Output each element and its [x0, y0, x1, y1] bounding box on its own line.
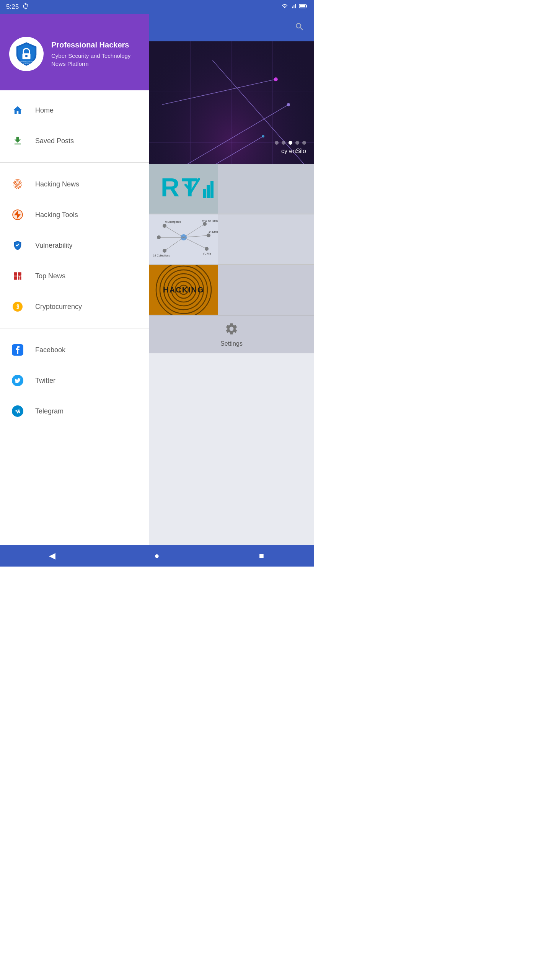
sidebar-primary-menu: Home Saved Posts: [0, 90, 149, 161]
svg-text:PROFESSIONAL HACKERS: PROFESSIONAL HACKERS: [18, 61, 36, 63]
sidebar-item-hacking-tools[interactable]: Hacking Tools: [0, 199, 149, 230]
svg-text:14 Entries/key: 14 Entries/key: [209, 230, 218, 234]
back-button[interactable]: ◀: [41, 544, 64, 567]
svg-rect-1: [306, 5, 307, 7]
content-search-bar: [149, 14, 314, 41]
sidebar-item-hacking-news[interactable]: Hacking News: [0, 169, 149, 199]
svg-rect-42: [210, 181, 214, 198]
carousel-dots: [157, 141, 306, 145]
svg-rect-13: [20, 276, 21, 278]
svg-text:ON SECURITY: ON SECURITY: [23, 63, 30, 64]
sidebar-category-menu: Hacking News Hacking Tools: [0, 164, 149, 327]
content-grid: R T: [149, 164, 314, 315]
telegram-icon: [11, 404, 24, 418]
hacking-tools-label: Hacking Tools: [35, 211, 78, 219]
vulnerability-label: Vulnerability: [35, 242, 72, 250]
lightning-icon: [11, 208, 24, 222]
saved-posts-label: Saved Posts: [35, 137, 74, 145]
status-time: 5:25: [6, 3, 19, 11]
svg-point-4: [25, 55, 28, 57]
svg-rect-9: [14, 272, 17, 276]
sidebar-header-text: Professional Hackers Cyber Security and …: [51, 41, 140, 68]
status-right: [281, 3, 308, 11]
sidebar-item-vulnerability[interactable]: Vulnerability: [0, 230, 149, 261]
home-icon: [11, 103, 24, 117]
battery-icon: [299, 3, 308, 10]
svg-text:R: R: [161, 173, 179, 202]
svg-rect-12: [18, 276, 20, 280]
carousel-dot-3[interactable]: [289, 141, 292, 145]
recent-button[interactable]: ■: [250, 544, 273, 567]
sidebar-item-top-news[interactable]: Top News: [0, 261, 149, 291]
app-subtitle: Cyber Security and Technology News Platf…: [51, 52, 140, 68]
rt-card-image: R T: [149, 164, 218, 214]
bottom-navigation: ◀ ● ■: [0, 545, 314, 567]
hacking-news-label: Hacking News: [35, 180, 79, 188]
svg-rect-14: [20, 278, 21, 280]
grid-icon: [11, 269, 24, 283]
cryptocurrency-label: Cryptocurrency: [35, 303, 82, 311]
home-button[interactable]: ●: [145, 544, 168, 567]
svg-point-20: [12, 405, 23, 417]
telegram-label: Telegram: [35, 407, 64, 415]
sidebar-item-twitter[interactable]: Twitter: [0, 365, 149, 396]
app-name: Professional Hackers: [51, 41, 140, 49]
signal-icon: [291, 3, 297, 11]
carousel-dot-5[interactable]: [302, 141, 306, 145]
svg-text:HACKING: HACKING: [163, 286, 204, 294]
sidebar: PROFESSIONAL HACKERS ON SECURITY Profess…: [0, 14, 149, 545]
svg-text:VL File: VL File: [203, 252, 211, 255]
network-card-image: 9 Enterprises PAS for Ipsec 14 Entries/k…: [149, 214, 218, 264]
wifi-icon: [281, 3, 289, 11]
facebook-icon: [11, 343, 24, 357]
carousel-dot-2[interactable]: [282, 141, 285, 145]
twitter-label: Twitter: [35, 377, 55, 385]
svg-rect-41: [207, 185, 210, 198]
svg-text:₿: ₿: [16, 304, 19, 310]
download-icon: [11, 134, 24, 148]
carousel-dot-4[interactable]: [295, 141, 299, 145]
bitcoin-icon: ₿: [11, 300, 24, 314]
divider-1: [0, 162, 149, 163]
settings-label: Settings: [220, 340, 243, 347]
sidebar-item-saved-posts[interactable]: Saved Posts: [0, 126, 149, 156]
fingerprint-icon: [11, 177, 24, 191]
svg-rect-2: [300, 5, 305, 7]
svg-text:9 Enterprises: 9 Enterprises: [165, 220, 181, 224]
status-bar: 5:25: [0, 0, 314, 14]
app-logo: PROFESSIONAL HACKERS ON SECURITY: [9, 37, 44, 71]
svg-rect-10: [18, 272, 21, 276]
facebook-label: Facebook: [35, 346, 65, 354]
svg-rect-11: [14, 276, 17, 280]
shield-icon: [11, 238, 24, 252]
content-card-rt[interactable]: R T: [149, 164, 314, 214]
content-card-hacking[interactable]: HACKING: [149, 265, 314, 315]
divider-2: [0, 328, 149, 328]
home-label: Home: [35, 106, 54, 114]
settings-card[interactable]: Settings: [149, 315, 314, 353]
content-panel: cy enSilo R T: [149, 14, 314, 545]
content-card-network[interactable]: 9 Enterprises PAS for Ipsec 14 Entries/k…: [149, 214, 314, 265]
status-left: 5:25: [6, 2, 29, 11]
carousel-dot-1[interactable]: [275, 141, 279, 145]
twitter-icon: [11, 374, 24, 387]
sidebar-social-menu: Facebook Twitter Teleg: [0, 330, 149, 431]
main-layout: PROFESSIONAL HACKERS ON SECURITY Profess…: [0, 14, 314, 545]
top-news-label: Top News: [35, 272, 65, 280]
svg-rect-40: [203, 189, 206, 198]
hero-caption: cy enSilo: [157, 148, 306, 158]
search-icon[interactable]: [295, 22, 305, 33]
sidebar-item-telegram[interactable]: Telegram: [0, 396, 149, 426]
sidebar-header: PROFESSIONAL HACKERS ON SECURITY Profess…: [0, 14, 149, 90]
svg-text:14 Collections: 14 Collections: [153, 254, 170, 257]
hero-carousel[interactable]: cy enSilo: [149, 41, 314, 164]
svg-point-34: [287, 103, 290, 106]
sidebar-item-cryptocurrency[interactable]: ₿ Cryptocurrency: [0, 291, 149, 322]
svg-point-33: [274, 77, 278, 81]
sidebar-item-home[interactable]: Home: [0, 95, 149, 126]
settings-icon: [225, 322, 238, 337]
svg-text:PAS for Ipsec: PAS for Ipsec: [202, 219, 218, 222]
sync-icon: [22, 2, 29, 11]
hero-overlay: cy enSilo: [149, 135, 314, 164]
sidebar-item-facebook[interactable]: Facebook: [0, 335, 149, 365]
